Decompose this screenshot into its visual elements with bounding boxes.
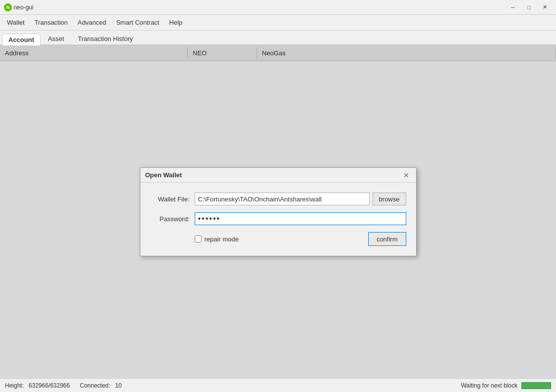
close-button[interactable]: ✕ [537,2,552,12]
open-wallet-dialog: Open Wallet ✕ Wallet File: browse Passwo… [140,167,417,256]
title-bar-text: neo-gui [14,4,506,11]
password-input[interactable] [195,212,406,225]
dialog-close-button[interactable]: ✕ [401,170,411,180]
repair-mode-row: repair mode [195,235,363,243]
modal-overlay: Open Wallet ✕ Wallet File: browse Passwo… [0,45,556,378]
menu-advanced[interactable]: Advanced [73,17,111,28]
form-actions: repair mode confirm [150,232,406,246]
dialog-title: Open Wallet [145,171,401,179]
wallet-file-row: Wallet File: browse [150,193,406,205]
password-row: Password: [150,212,406,225]
tab-transaction-history[interactable]: Transaction History [72,33,140,44]
repair-mode-label[interactable]: repair mode [205,235,239,243]
connected-value: 10 [115,382,122,389]
main-content: Address NEO NeoGas Open Wallet ✕ Wallet … [0,45,556,378]
password-label: Password: [150,215,195,223]
progress-bar [521,382,551,389]
title-bar-controls: ─ □ ✕ [506,2,552,12]
app-icon: N [4,3,12,11]
status-bar: Height: 632966/632966 Connected: 10 Wait… [0,378,556,392]
dialog-title-bar: Open Wallet ✕ [140,168,416,183]
menu-smart-contract[interactable]: Smart Contract [111,17,164,28]
minimize-button[interactable]: ─ [506,2,520,12]
height-label: Height: 632966/632966 [5,382,70,389]
connected-label: Connected: 10 [80,382,122,389]
height-value: 632966/632966 [29,382,70,389]
menu-bar: Wallet Transaction Advanced Smart Contra… [0,15,556,31]
confirm-button[interactable]: confirm [368,232,406,246]
tab-bar: Account Asset Transaction History [0,31,556,45]
browse-button[interactable]: browse [373,193,406,205]
title-bar: N neo-gui ─ □ ✕ [0,0,556,15]
maximize-button[interactable]: □ [521,2,536,12]
tab-account[interactable]: Account [2,34,41,45]
wallet-file-label: Wallet File: [150,196,195,203]
menu-help[interactable]: Help [164,17,187,28]
waiting-label: Waiting for next block [461,382,517,389]
menu-wallet[interactable]: Wallet [2,17,30,28]
wallet-file-input[interactable] [195,193,370,205]
status-right: Waiting for next block [461,382,551,389]
menu-transaction[interactable]: Transaction [30,17,73,28]
repair-mode-checkbox[interactable] [195,235,202,242]
dialog-body: Wallet File: browse Password: repair mod… [140,183,416,253]
tab-asset[interactable]: Asset [42,33,71,44]
